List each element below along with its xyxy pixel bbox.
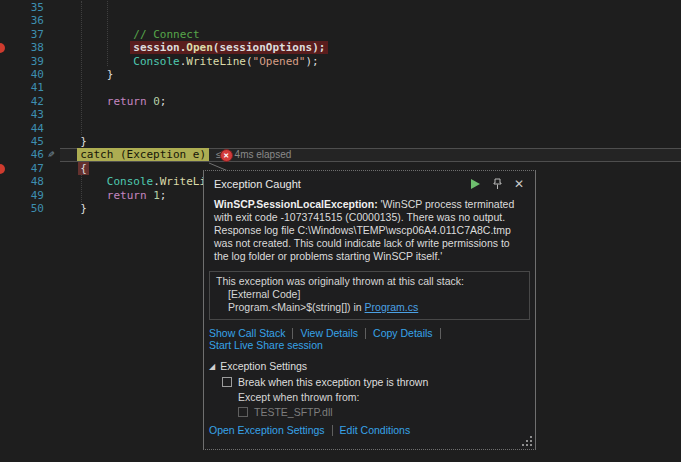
break-when-thrown-label: Break when this exception type is thrown bbox=[238, 375, 428, 389]
line-number[interactable]: 44 bbox=[0, 122, 48, 135]
code-line[interactable]: 46✎catch (Exception e)≤✕4ms elapsed bbox=[0, 148, 681, 161]
continue-play-icon[interactable] bbox=[467, 177, 483, 191]
dialog-header: Exception Caught ✕ bbox=[204, 171, 535, 193]
close-icon[interactable]: ✕ bbox=[511, 177, 527, 191]
code-text: return 0; bbox=[67, 95, 166, 108]
code-line[interactable]: 45} bbox=[0, 135, 681, 148]
code-text: session.Open(sessionOptions); bbox=[67, 41, 325, 54]
code-line[interactable]: 43 bbox=[0, 108, 681, 121]
separator bbox=[332, 425, 333, 436]
settings-links: Open Exception SettingsEdit Conditions bbox=[209, 423, 530, 437]
separator bbox=[365, 328, 366, 339]
break-when-thrown-row[interactable]: Break when this exception type is thrown bbox=[209, 375, 530, 389]
code-line[interactable]: 44 bbox=[0, 122, 681, 135]
exception-message: WinSCP.SessionLocalException: 'WinSCP pr… bbox=[214, 198, 525, 263]
module-condition-row[interactable]: TESTE_SFTP.dll bbox=[209, 405, 530, 419]
exception-helper-dialog: Exception Caught ✕ WinSCP.SessionLocalEx… bbox=[203, 170, 536, 450]
line-number[interactable]: 37 bbox=[0, 28, 48, 41]
action-links: Show Call StackView DetailsCopy DetailsS… bbox=[209, 327, 530, 351]
callstack-frame-main: Program.<Main>$(string[]) in Program.cs bbox=[216, 301, 523, 314]
code-line[interactable]: 37// Connect bbox=[0, 28, 681, 41]
break-when-thrown-checkbox[interactable] bbox=[222, 377, 232, 387]
line-number[interactable]: 39 bbox=[0, 55, 48, 68]
expander-icon[interactable]: ◢ bbox=[209, 360, 215, 374]
action-start-live-share-session[interactable]: Start Live Share session bbox=[209, 339, 323, 351]
dialog-title: Exception Caught bbox=[214, 178, 461, 190]
callstack-panel: This exception was originally thrown at … bbox=[209, 271, 530, 320]
code-text: catch (Exception e)≤✕4ms elapsed bbox=[67, 148, 291, 161]
code-text: // Connect bbox=[67, 28, 200, 41]
settings-link-open-exception-settings[interactable]: Open Exception Settings bbox=[209, 423, 325, 437]
except-when-thrown-label: Except when thrown from: bbox=[209, 390, 530, 404]
line-number[interactable]: 40 bbox=[0, 68, 48, 81]
code-line[interactable]: 39Console.WriteLine("Opened"); bbox=[0, 55, 681, 68]
brace-highlight: { bbox=[78, 162, 89, 175]
action-view-details[interactable]: View Details bbox=[300, 327, 358, 339]
line-number[interactable]: 50 bbox=[0, 202, 48, 215]
code-line[interactable]: 42return 0; bbox=[0, 95, 681, 108]
exception-settings-header[interactable]: ◢Exception Settings bbox=[209, 359, 530, 374]
code-text: } bbox=[67, 135, 87, 148]
line-number[interactable]: 43 bbox=[0, 108, 48, 121]
callstack-intro: This exception was originally thrown at … bbox=[216, 275, 523, 288]
separator bbox=[292, 328, 293, 339]
line-number[interactable]: 36 bbox=[0, 14, 48, 27]
pin-icon[interactable] bbox=[489, 177, 505, 191]
program-cs-link[interactable]: Program.cs bbox=[365, 301, 419, 313]
code-line[interactable]: 40} bbox=[0, 68, 681, 81]
line-number[interactable]: 47 bbox=[0, 162, 48, 175]
line-number[interactable]: 49 bbox=[0, 189, 48, 202]
callstack-frame-external: [External Code] bbox=[216, 288, 523, 301]
line-number[interactable]: 48 bbox=[0, 175, 48, 188]
line-number[interactable]: 38 bbox=[0, 41, 48, 54]
current-statement-highlight: catch (Exception e) bbox=[77, 148, 209, 161]
resize-grip[interactable] bbox=[530, 444, 532, 446]
code-text: { bbox=[67, 162, 87, 175]
separator bbox=[440, 328, 441, 339]
line-number[interactable]: 46 bbox=[0, 148, 48, 161]
code-line[interactable]: 41 bbox=[0, 81, 681, 94]
settings-link-edit-conditions[interactable]: Edit Conditions bbox=[340, 423, 411, 437]
code-text: Console.WriteLine("Opened"); bbox=[67, 55, 319, 68]
code-line[interactable]: 38session.Open(sessionOptions); bbox=[0, 41, 681, 54]
action-copy-details[interactable]: Copy Details bbox=[373, 327, 433, 339]
module-label: TESTE_SFTP.dll bbox=[254, 405, 333, 419]
line-number[interactable]: 41 bbox=[0, 81, 48, 94]
module-checkbox[interactable] bbox=[238, 407, 248, 417]
exception-thrown-highlight: session.Open(sessionOptions); bbox=[130, 41, 328, 54]
code-text: return 1; bbox=[67, 189, 166, 202]
exception-settings-section: ◢Exception Settings Break when this exce… bbox=[209, 359, 530, 437]
line-number[interactable]: 45 bbox=[0, 135, 48, 148]
line-number[interactable]: 42 bbox=[0, 95, 48, 108]
line-number[interactable]: 35 bbox=[0, 1, 48, 14]
action-show-call-stack[interactable]: Show Call Stack bbox=[209, 327, 285, 339]
exception-type: WinSCP.SessionLocalException: bbox=[214, 198, 378, 210]
code-text: } bbox=[67, 202, 87, 215]
edit-pencil-icon: ✎ bbox=[48, 148, 67, 161]
code-text: Console.WriteLin bbox=[67, 175, 213, 188]
code-line[interactable]: 36 bbox=[0, 14, 681, 27]
code-line[interactable]: 35 bbox=[0, 1, 681, 14]
code-text: } bbox=[67, 68, 113, 81]
